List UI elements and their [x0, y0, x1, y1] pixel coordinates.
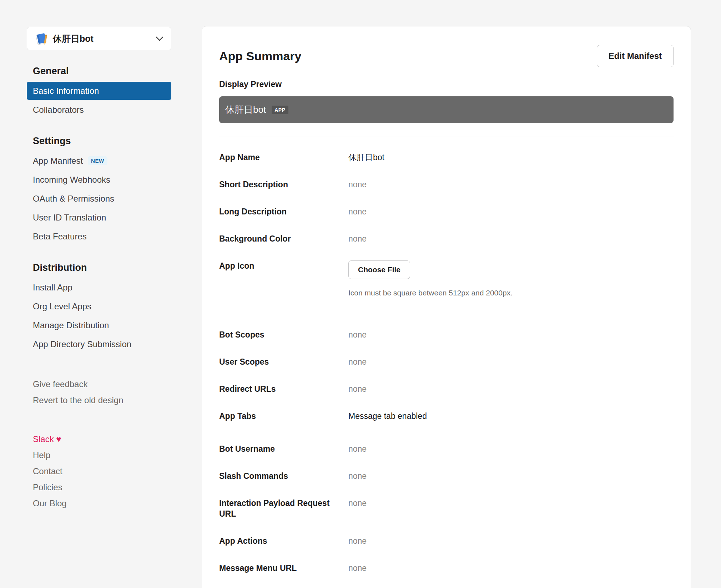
card-header: App Summary Edit Manifest [219, 45, 674, 67]
field-label: User Scopes [219, 356, 348, 367]
revert-old-design-link[interactable]: Revert to the old design [27, 392, 171, 408]
field-label: Interaction Payload Request URL [219, 498, 348, 519]
field-value: none [348, 536, 674, 546]
nav-heading-distribution: Distribution [33, 262, 165, 273]
field-value: none [348, 498, 674, 519]
field-row-slash-commands: Slash Commands none [219, 471, 674, 481]
sidebar-item-incoming-webhooks[interactable]: Incoming Webhooks [27, 171, 171, 189]
give-feedback-link[interactable]: Give feedback [27, 376, 171, 392]
field-value: none [348, 233, 674, 244]
field-row-message-menu-url: Message Menu URL none [219, 563, 674, 573]
sidebar-item-org-level-apps[interactable]: Org Level Apps [27, 297, 171, 315]
field-label: Slash Commands [219, 471, 348, 481]
field-row-app-actions: App Actions none [219, 536, 674, 546]
field-value: none [348, 206, 674, 217]
field-label: Short Description [219, 179, 348, 190]
display-preview-bar: 休肝日bot APP [219, 96, 674, 123]
divider [219, 137, 674, 137]
sidebar-nav: General Basic Information Collaborators … [27, 65, 171, 511]
field-row-interaction-payload-request-url: Interaction Payload Request URL none [219, 498, 674, 519]
sidebar-item-collaborators[interactable]: Collaborators [27, 101, 171, 119]
app-switcher-dropdown[interactable]: 休肝日bot [27, 27, 171, 50]
nav-heading-settings: Settings [33, 135, 165, 147]
sidebar-item-app-manifest[interactable]: App Manifest NEW [27, 152, 171, 170]
field-value: none [348, 356, 674, 367]
sidebar: 休肝日bot General Basic Information Collabo… [27, 27, 171, 511]
field-value: none [348, 443, 674, 454]
field-label: App Name [219, 152, 348, 163]
field-label: Redirect URLs [219, 384, 348, 394]
sidebar-item-manage-distribution[interactable]: Manage Distribution [27, 316, 171, 334]
field-row-app-tabs: App Tabs Message tab enabled [219, 411, 674, 421]
display-preview-label: Display Preview [219, 79, 674, 89]
sidebar-item-beta-features[interactable]: Beta Features [27, 227, 171, 245]
divider [219, 314, 674, 314]
field-value: Message tab enabled [348, 411, 674, 421]
app-switcher-label: 休肝日bot [53, 33, 94, 45]
our-blog-link[interactable]: Our Blog [27, 495, 171, 511]
basic-fields-section: App Name 休肝日bot Short Description none L… [219, 152, 674, 298]
app-icon-uploader: Choose File Icon must be square between … [348, 260, 674, 298]
field-row-bot-username: Bot Username none [219, 443, 674, 454]
sidebar-item-user-id-translation[interactable]: User ID Translation [27, 208, 171, 227]
field-label: App Icon [219, 260, 348, 298]
field-row-background-color: Background Color none [219, 233, 674, 244]
help-link[interactable]: Help [27, 447, 171, 463]
app-notebook-icon [34, 31, 49, 46]
sidebar-item-app-directory-submission[interactable]: App Directory Submission [27, 335, 171, 353]
field-row-long-description: Long Description none [219, 206, 674, 217]
sidebar-item-label: App Manifest [33, 156, 83, 166]
nav-heading-general: General [33, 65, 165, 77]
page-title: App Summary [219, 49, 302, 63]
section-spacer [219, 438, 674, 443]
field-label: Bot Username [219, 443, 348, 454]
new-badge: NEW [88, 156, 107, 165]
sidebar-spacer [27, 354, 171, 376]
field-row-user-scopes: User Scopes none [219, 356, 674, 367]
field-label: Bot Scopes [219, 329, 348, 340]
chevron-down-icon [155, 36, 164, 41]
contact-link[interactable]: Contact [27, 463, 171, 479]
field-label: Message Menu URL [219, 563, 348, 573]
preview-app-badge: APP [272, 106, 288, 114]
edit-manifest-button[interactable]: Edit Manifest [597, 45, 674, 67]
field-value: none [348, 329, 674, 340]
app-icon-hint: Icon must be square between 512px and 20… [348, 288, 674, 298]
sidebar-item-basic-information[interactable]: Basic Information [27, 82, 171, 100]
policies-link[interactable]: Policies [27, 479, 171, 495]
sidebar-item-install-app[interactable]: Install App [27, 278, 171, 296]
choose-file-button[interactable]: Choose File [348, 260, 410, 279]
field-value: none [348, 384, 674, 394]
field-label: Background Color [219, 233, 348, 244]
field-value: none [348, 563, 674, 573]
preview-app-name: 休肝日bot [225, 103, 266, 116]
field-row-app-name: App Name 休肝日bot [219, 152, 674, 163]
field-row-app-icon: App Icon Choose File Icon must be square… [219, 260, 674, 298]
field-label: Long Description [219, 206, 348, 217]
slack-heart-link[interactable]: Slack ♥ [27, 431, 171, 447]
field-value: none [348, 471, 674, 481]
field-value: none [348, 179, 674, 190]
field-label: App Tabs [219, 411, 348, 421]
field-label: App Actions [219, 536, 348, 546]
field-value: 休肝日bot [348, 152, 674, 163]
config-fields-section: Bot Scopes none User Scopes none Redirec… [219, 329, 674, 573]
app-summary-card: App Summary Edit Manifest Display Previe… [202, 26, 691, 588]
field-row-bot-scopes: Bot Scopes none [219, 329, 674, 340]
field-row-redirect-urls: Redirect URLs none [219, 384, 674, 394]
sidebar-item-oauth-permissions[interactable]: OAuth & Permissions [27, 189, 171, 208]
sidebar-footer: Slack ♥ Help Contact Policies Our Blog [27, 431, 171, 511]
field-row-short-description: Short Description none [219, 179, 674, 190]
